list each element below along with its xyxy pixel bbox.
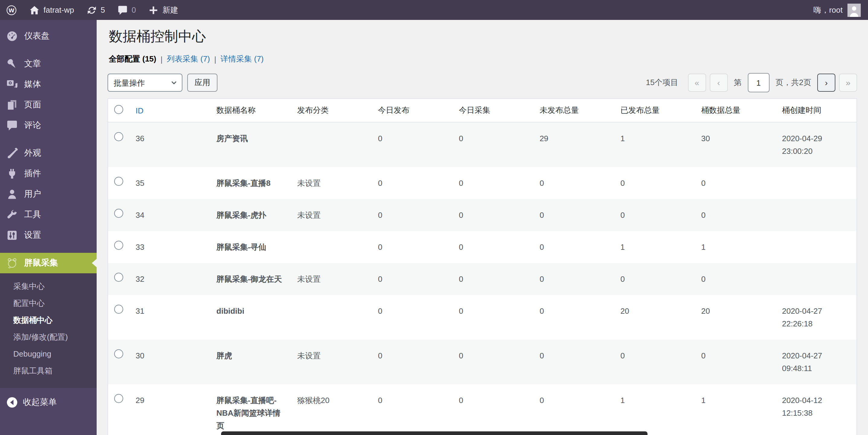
filter-link-0[interactable]: 全部配置 (15)	[109, 54, 156, 65]
table-header-row: ID数据桶名称发布分类今日发布今日采集未发布总量已发布总量桶数据总量桶创建时间	[108, 99, 857, 122]
current-menu-arrow	[92, 259, 97, 267]
cell-total: 0	[695, 167, 776, 199]
cell-name: 胖鼠采集-御龙在天	[211, 263, 291, 295]
sidebar-item-插件[interactable]: 插件	[0, 164, 97, 184]
plus-icon	[148, 4, 159, 15]
next-page-button[interactable]: ›	[817, 74, 835, 92]
row-radio[interactable]	[114, 209, 123, 218]
cell-id: 35	[130, 167, 211, 199]
filter-separator: |	[214, 55, 216, 64]
comment-icon	[6, 120, 18, 132]
menu-separator	[0, 136, 97, 143]
cell-category	[291, 231, 372, 263]
menu-separator	[0, 46, 97, 54]
page-title: 数据桶控制中心	[107, 20, 857, 45]
column-header-今日采集: 今日采集	[453, 99, 534, 122]
row-radio[interactable]	[114, 273, 123, 282]
last-page-button[interactable]: »	[839, 74, 857, 92]
cell-today_col: 0	[453, 122, 534, 167]
cell-name: 胖鼠采集-寻仙	[211, 231, 291, 263]
submenu-item-添加/修改(配置)[interactable]: 添加/修改(配置)	[0, 329, 97, 346]
home-icon	[29, 4, 40, 15]
cell-id: 30	[130, 340, 211, 384]
row-radio[interactable]	[114, 394, 123, 403]
sidebar-item-label: 仪表盘	[24, 31, 50, 42]
wordpress-icon: W	[6, 4, 17, 15]
updates-count: 5	[100, 5, 105, 14]
submenu-item-采集中心[interactable]: 采集中心	[0, 278, 97, 295]
cell-total: 1	[695, 384, 776, 435]
avatar[interactable]	[847, 3, 861, 16]
sidebar-item-外观[interactable]: 外观	[0, 143, 97, 164]
filter-link-2[interactable]: 详情采集 (7)	[220, 54, 264, 65]
collapse-menu-button[interactable]: 收起菜单	[0, 392, 97, 413]
sidebar-item-页面[interactable]: 页面	[0, 95, 97, 115]
cell-total: 0	[695, 263, 776, 295]
cell-today_pub: 0	[372, 122, 453, 167]
sidebar-item-label: 插件	[24, 168, 41, 179]
filter-link-1[interactable]: 列表采集 (7)	[167, 54, 210, 65]
comments-menu[interactable]: 0	[111, 0, 142, 20]
table-row-35: 35胖鼠采集-直播8未设置00000	[108, 167, 857, 199]
wordpress-admin-page: W fatrat-wp 5 0 新建 嗨，root 仪表盘文章媒体页面评论外观插…	[0, 0, 868, 435]
cell-category: 未设置	[291, 263, 372, 295]
cell-category	[291, 295, 372, 340]
cell-category: 未设置	[291, 167, 372, 199]
current-page-input[interactable]	[748, 73, 770, 92]
pin-icon	[6, 58, 18, 70]
sidebar-item-文章[interactable]: 文章	[0, 54, 97, 74]
cell-today_pub: 0	[372, 263, 453, 295]
sidebar-item-胖鼠采集[interactable]: 胖鼠采集	[0, 253, 97, 273]
select-all-radio[interactable]	[114, 105, 123, 114]
bulk-action-select[interactable]: 批量操作	[107, 74, 182, 92]
cell-created: 2020-04-27 09:48:11	[776, 340, 857, 384]
first-page-button[interactable]: «	[688, 74, 706, 92]
submenu-item-配置中心[interactable]: 配置中心	[0, 295, 97, 312]
sidebar-item-仪表盘[interactable]: 仪表盘	[0, 26, 97, 46]
cell-unpub: 29	[534, 122, 615, 167]
user-greeting[interactable]: 嗨，root	[813, 4, 843, 15]
sidebar-item-label: 媒体	[24, 79, 41, 90]
cell-name: 胖鼠采集-直播吧-NBA新闻篮球详情页	[211, 384, 291, 435]
table-row-29: 29胖鼠采集-直播吧-NBA新闻篮球详情页猕猴桃20000112020-04-1…	[108, 384, 857, 435]
column-header-ID[interactable]: ID	[130, 99, 211, 122]
new-content-menu[interactable]: 新建	[142, 0, 184, 20]
row-radio[interactable]	[114, 177, 123, 186]
site-name-menu[interactable]: fatrat-wp	[23, 0, 80, 20]
sidebar-item-label: 文章	[24, 59, 41, 69]
cell-total: 1	[695, 231, 776, 263]
cell-id: 36	[130, 122, 211, 167]
sidebar-item-设置[interactable]: 设置	[0, 225, 97, 245]
apply-button[interactable]: 应用	[187, 74, 217, 92]
submenu-item-胖鼠工具箱[interactable]: 胖鼠工具箱	[0, 363, 97, 379]
row-radio[interactable]	[114, 241, 123, 250]
submenu-item-Debugging[interactable]: Debugging	[0, 346, 97, 363]
table-row-32: 32胖鼠采集-御龙在天未设置00000	[108, 263, 857, 295]
sidebar-item-label: 外观	[24, 148, 41, 159]
row-radio[interactable]	[114, 349, 123, 358]
cell-created	[776, 231, 857, 263]
table-row-30: 30胖虎未设置000002020-04-27 09:48:11	[108, 340, 857, 384]
column-header-发布分类: 发布分类	[291, 99, 372, 122]
cell-total: 0	[695, 199, 776, 231]
sidebar-item-评论[interactable]: 评论	[0, 115, 97, 136]
items-total: 15个项目	[646, 77, 678, 88]
submenu-item-数据桶中心[interactable]: 数据桶中心	[0, 312, 97, 329]
sidebar-item-媒体[interactable]: 媒体	[0, 74, 97, 95]
sidebar-item-工具[interactable]: 工具	[0, 204, 97, 225]
row-radio[interactable]	[114, 132, 123, 141]
updates-menu[interactable]: 5	[80, 0, 111, 20]
row-select-cell	[108, 231, 130, 263]
cell-category: 猕猴桃20	[291, 384, 372, 435]
prev-page-button[interactable]: ‹	[710, 74, 728, 92]
sidebar-item-label: 工具	[24, 209, 41, 220]
admin-menu: 仪表盘文章媒体页面评论外观插件用户工具设置胖鼠采集	[0, 20, 97, 273]
cell-id: 31	[130, 295, 211, 340]
wordpress-logo-menu[interactable]: W	[0, 0, 23, 20]
cell-total: 0	[695, 340, 776, 384]
mouse-icon	[6, 257, 18, 269]
row-radio[interactable]	[114, 305, 123, 314]
row-select-cell	[108, 263, 130, 295]
column-header-未发布总量: 未发布总量	[534, 99, 615, 122]
sidebar-item-用户[interactable]: 用户	[0, 184, 97, 204]
